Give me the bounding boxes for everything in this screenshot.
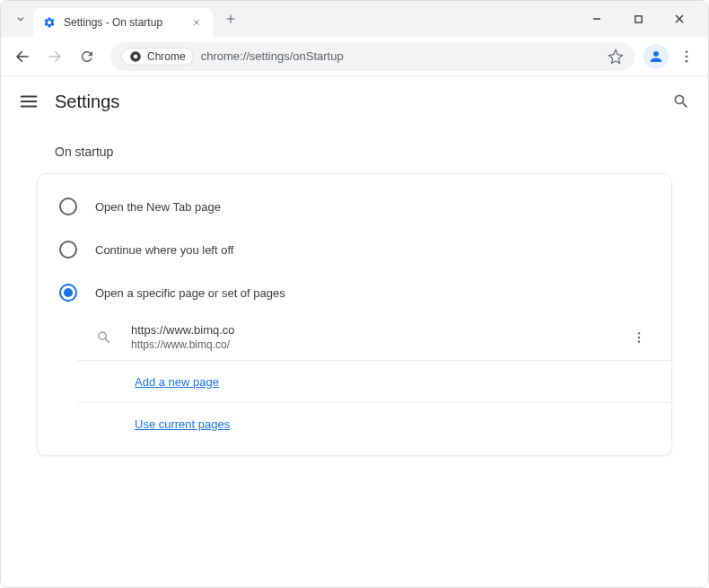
menu-toggle-button[interactable] (19, 92, 39, 111)
chrome-chip-label: Chrome (147, 50, 186, 63)
radio-label: Continue where you left off (95, 243, 233, 257)
close-tab-button[interactable] (189, 15, 204, 30)
tab-search-dropdown[interactable] (8, 6, 33, 31)
section-label: On startup (55, 145, 672, 159)
add-new-page-link[interactable]: Add a new page (135, 375, 219, 389)
page-entry-url: https://www.bimq.co/ (131, 338, 610, 351)
close-window-button[interactable] (667, 6, 692, 31)
svg-point-4 (686, 55, 688, 57)
radio-icon (59, 197, 77, 215)
page-entry-title: https://www.bimq.co (131, 323, 610, 337)
tab-title: Settings - On startup (64, 16, 182, 29)
search-settings-button[interactable] (672, 92, 690, 110)
address-bar[interactable]: Chrome chrome://settings/onStartup (110, 42, 635, 71)
maximize-button[interactable] (626, 6, 651, 31)
radio-icon (59, 241, 77, 259)
startup-pages-list: https://www.bimq.co https://www.bimq.co/… (77, 314, 671, 444)
svg-point-8 (638, 340, 640, 342)
person-icon (648, 48, 664, 65)
svg-point-5 (686, 59, 688, 62)
bookmark-button[interactable] (608, 48, 624, 65)
more-vert-icon (632, 330, 646, 345)
plus-icon (224, 13, 237, 25)
browser-menu-button[interactable] (672, 42, 701, 71)
page-title: Settings (55, 92, 656, 112)
minimize-button[interactable] (584, 6, 609, 31)
svg-rect-0 (635, 15, 641, 22)
profile-button[interactable] (643, 44, 669, 69)
settings-header: Settings (1, 76, 708, 127)
svg-point-7 (638, 336, 640, 338)
url-text: chrome://settings/onStartup (201, 49, 600, 63)
startup-options-card: Open the New Tab page Continue where you… (37, 173, 672, 456)
svg-point-3 (686, 50, 688, 53)
chrome-logo-icon (129, 50, 142, 63)
browser-tab[interactable]: Settings - On startup (33, 8, 213, 37)
minimize-icon (591, 13, 602, 24)
arrow-right-icon (47, 48, 63, 65)
radio-open-specific[interactable]: Open a specific page or set of pages (38, 271, 671, 314)
svg-point-2 (134, 54, 138, 58)
forward-button[interactable] (40, 42, 69, 71)
svg-point-6 (638, 332, 640, 334)
radio-continue-left-off[interactable]: Continue where you left off (38, 228, 671, 271)
hamburger-icon (19, 92, 39, 111)
back-button[interactable] (8, 42, 37, 71)
close-icon (674, 13, 685, 24)
page-entry-menu-button[interactable] (628, 330, 650, 345)
startup-page-row: https://www.bimq.co https://www.bimq.co/ (77, 314, 671, 361)
star-icon (608, 48, 624, 65)
chrome-chip: Chrome (121, 48, 194, 66)
browser-toolbar: Chrome chrome://settings/onStartup (1, 37, 708, 76)
search-icon (95, 329, 113, 347)
maximize-icon (634, 14, 643, 24)
new-tab-button[interactable] (218, 6, 243, 31)
search-icon (672, 92, 690, 110)
radio-label: Open the New Tab page (95, 200, 221, 214)
arrow-left-icon (14, 48, 31, 65)
radio-icon (59, 284, 77, 302)
radio-open-new-tab[interactable]: Open the New Tab page (38, 185, 671, 228)
radio-label: Open a specific page or set of pages (95, 286, 285, 300)
use-current-pages-link[interactable]: Use current pages (135, 417, 230, 431)
more-vert-icon (678, 48, 695, 65)
settings-gear-icon (42, 15, 57, 30)
reload-button[interactable] (73, 42, 101, 71)
close-icon (192, 18, 201, 27)
chevron-down-icon (14, 13, 27, 25)
reload-icon (79, 48, 95, 65)
titlebar: Settings - On startup (1, 1, 708, 37)
